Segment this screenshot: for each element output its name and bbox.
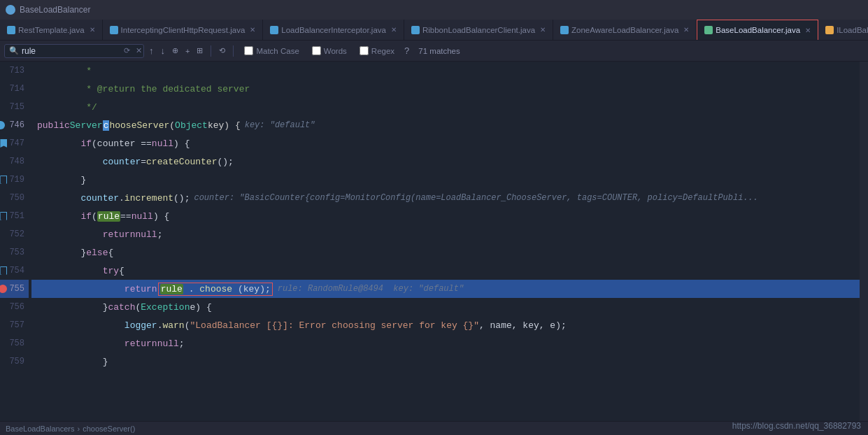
title-text: BaseLoadBalancer [20, 5, 90, 15]
match-case-option[interactable]: Match Case [239, 44, 304, 57]
kw-return-755: return [124, 284, 157, 294]
regex-option[interactable]: Regex [355, 44, 399, 57]
tab-loadbalancerinterceptor[interactable]: LoadBalancerInterceptor.java ✕ [263, 20, 404, 40]
search-down-btn[interactable]: ↓ [159, 44, 168, 57]
kw-if-751: if [80, 211, 92, 222]
search-history-btn[interactable]: ⟳ [122, 46, 131, 55]
line-num-751: 751 [9, 211, 24, 221]
breakpoint-755[interactable] [0, 285, 7, 293]
tab-iloadbalancer[interactable]: ILoadBalancer.java [818, 20, 868, 40]
match-case-checkbox[interactable] [244, 46, 253, 55]
tab-icon-7 [825, 26, 834, 34]
indent-756 [37, 302, 103, 313]
code-line-719: } [31, 171, 860, 189]
tab-close-4[interactable]: ✕ [540, 26, 546, 34]
type-server-746: Server [70, 120, 103, 131]
search-input[interactable] [22, 46, 120, 56]
search-highlight-rule-755: rule [160, 284, 183, 294]
tab-label-7: ILoadBalancer.java [837, 26, 868, 34]
bookmark-outline-751[interactable] [0, 212, 7, 220]
boxed-region-755: rule . choose (key); [158, 283, 273, 296]
search-up-btn[interactable]: ↑ [147, 44, 156, 57]
cursor-746: c [103, 120, 110, 131]
tab-zoneaware[interactable]: ZoneAwareLoadBalancer.java ✕ [553, 20, 697, 40]
tab-baseloadbalancer[interactable]: BaseLoadBalancer.java ✕ [697, 20, 818, 40]
regex-label: Regex [371, 47, 394, 55]
indent-750 [37, 193, 80, 204]
regex-checkbox[interactable] [360, 46, 369, 55]
title-bar: BaseLoadBalancer [0, 0, 868, 20]
line-num-752: 752 [9, 229, 24, 239]
method-choose-746: hooseServer [109, 120, 169, 131]
search-pin-btn[interactable]: + [183, 45, 192, 57]
line-num-713: 713 [9, 66, 24, 76]
gutter-754: 754 [0, 262, 29, 280]
bookmark-747[interactable] [0, 139, 7, 148]
bookmark-outline-719[interactable] [0, 176, 7, 184]
gutter-713: 713 [0, 62, 29, 80]
search-filter-btn[interactable]: ⊞ [194, 45, 205, 57]
code-line-754: try { [31, 262, 860, 280]
line-num-714: 714 [9, 84, 24, 94]
gutter-746: 746 [0, 116, 29, 134]
tab-close-6[interactable]: ✕ [805, 27, 811, 34]
line-num-748: 748 [9, 157, 24, 166]
search-find-btn[interactable]: ⊕ [170, 45, 180, 57]
op-746: ( [169, 120, 175, 131]
kw-catch-756: catch [108, 302, 135, 313]
code-text2-748: (); [217, 157, 233, 167]
kw-return-758: return [124, 338, 157, 349]
kw-null-752: null [135, 229, 157, 240]
code-line-759: } [31, 352, 860, 371]
search-clear-btn[interactable]: ✕ [134, 46, 143, 55]
tab-close-2[interactable]: ✕ [250, 26, 255, 34]
gutter-751: 751 [0, 207, 29, 225]
code-text-719: } [80, 175, 86, 185]
gutter-747: 747 [0, 134, 29, 152]
kw-public-746: public [37, 120, 70, 131]
gutter-714: 714 [0, 80, 29, 98]
code-line-758: return null ; [31, 334, 860, 352]
tab-icon-1 [7, 26, 15, 34]
search-wrap-btn[interactable]: ⟲ [217, 45, 227, 57]
indent-747 [37, 138, 80, 149]
search-help-btn[interactable]: ? [402, 44, 411, 57]
tab-close-3[interactable]: ✕ [391, 26, 397, 34]
tab-resttemplate[interactable]: RestTemplate.java ✕ [0, 20, 103, 40]
indent-754 [37, 266, 103, 276]
code-text2-747: ) { [173, 138, 190, 149]
code-line-714: * @return the dedicated server [31, 80, 860, 98]
code-line-750: counter . increment (); counter: "BasicC… [31, 189, 860, 207]
words-checkbox[interactable] [312, 46, 321, 55]
vertical-scrollbar[interactable] [860, 62, 868, 435]
tab-ribbonclient[interactable]: RibbonLoadBalancerClient.java ✕ [404, 20, 553, 40]
code-text-748: = [141, 157, 146, 167]
gutter-715: 715 [0, 98, 29, 116]
editor-area: 713 714 715 746 747 748 719 [0, 62, 868, 435]
search-input-wrapper[interactable]: 🔍 ⟳ ✕ [4, 44, 144, 58]
kw-null-751: null [131, 211, 153, 222]
line-num-715: 715 [9, 102, 24, 112]
code-area[interactable]: * * @return the dedicated server */ publ… [31, 62, 860, 435]
method-warn-757: warn [162, 320, 184, 331]
bookmark-outline-754[interactable] [0, 266, 7, 275]
line-num-753: 753 [9, 248, 24, 257]
tab-icon-3 [270, 26, 278, 34]
code-text-753: { [108, 248, 113, 258]
tab-label-2: InterceptingClientHttpRequest.java [121, 26, 246, 34]
code-line-755: return rule . choose (key); rule: Random… [31, 280, 860, 298]
code-text-747: (counter == [92, 138, 152, 149]
tab-close-1[interactable]: ✕ [90, 26, 95, 34]
method-create-748: createCounter [146, 157, 217, 167]
tab-close-5[interactable]: ✕ [683, 26, 689, 34]
tab-icon-5 [560, 26, 569, 34]
code-line-713: * [31, 62, 860, 80]
type-obj-746: Object [175, 120, 208, 131]
words-option[interactable]: Words [307, 44, 352, 57]
tab-intercepting[interactable]: InterceptingClientHttpRequest.java ✕ [103, 20, 264, 40]
bottom-label-1: BaseLoadBalancers [6, 425, 74, 433]
kw-try-754: try [103, 266, 119, 276]
code-text-754: { [119, 266, 124, 276]
tab-label-3: LoadBalancerInterceptor.java [281, 26, 386, 34]
gutter-756: 756 [0, 298, 29, 316]
